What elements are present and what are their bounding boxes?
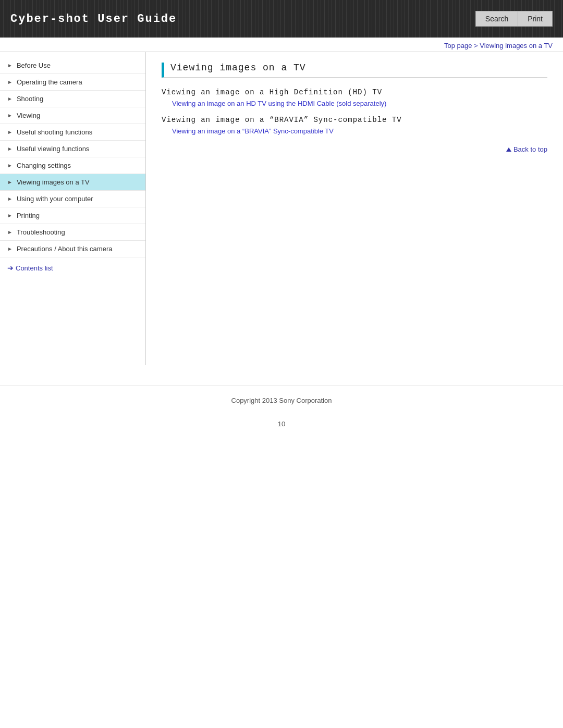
contents-list-label: Contents list (16, 264, 53, 272)
hd-section: Viewing an image on a High Definition (H… (162, 88, 547, 107)
sidebar-item-label: Troubleshooting (17, 228, 65, 236)
arrow-icon: ► (7, 179, 13, 185)
arrow-icon: ► (7, 246, 13, 252)
sidebar-item-viewing[interactable]: ► Viewing (0, 107, 145, 124)
sidebar-footer: ➔ Contents list (0, 257, 145, 278)
arrow-icon: ► (7, 146, 13, 152)
hd-link[interactable]: Viewing an image on an HD TV using the H… (172, 100, 547, 107)
back-to-top-link[interactable]: Back to top (506, 145, 547, 153)
sidebar-item-troubleshooting[interactable]: ► Troubleshooting (0, 224, 145, 241)
arrow-icon: ► (7, 229, 13, 235)
triangle-up-icon (506, 147, 511, 152)
bravia-link[interactable]: Viewing an image on a “BRAVIA” Sync-comp… (172, 127, 547, 135)
sidebar-item-precautions[interactable]: ► Precautions / About this camera (0, 241, 145, 257)
page-title-section: Viewing images on a TV (162, 63, 547, 78)
breadcrumb[interactable]: Top page > Viewing images on a TV (444, 42, 553, 50)
header-buttons: Search Print (475, 11, 553, 27)
sidebar-item-label: Before Use (17, 61, 51, 69)
sidebar-item-label: Useful viewing functions (17, 145, 89, 153)
arrow-right-icon: ➔ (7, 264, 14, 272)
copyright-text: Copyright 2013 Sony Corporation (231, 397, 332, 404)
contents-list-link[interactable]: ➔ Contents list (7, 264, 53, 272)
sidebar-item-label: Shooting (17, 95, 43, 103)
hd-section-heading: Viewing an image on a High Definition (H… (162, 88, 547, 96)
sidebar-item-before-use[interactable]: ► Before Use (0, 57, 145, 74)
app-title: Cyber-shot User Guide (10, 13, 177, 26)
search-button[interactable]: Search (475, 11, 518, 27)
sidebar-item-label: Printing (17, 212, 40, 219)
arrow-icon: ► (7, 96, 13, 102)
sidebar-item-changing-settings[interactable]: ► Changing settings (0, 157, 145, 174)
sidebar-item-label: Useful shooting functions (17, 128, 92, 136)
header: Cyber-shot User Guide Search Print (0, 0, 563, 38)
page-title: Viewing images on a TV (170, 63, 547, 73)
sidebar-item-label: Using with your computer (17, 195, 93, 203)
sidebar-item-using-computer[interactable]: ► Using with your computer (0, 191, 145, 207)
arrow-icon: ► (7, 129, 13, 135)
bravia-section-heading: Viewing an image on a “BRAVIA” Sync-comp… (162, 116, 547, 124)
page-number: 10 (0, 420, 563, 428)
sidebar-item-shooting[interactable]: ► Shooting (0, 91, 145, 107)
footer: Copyright 2013 Sony Corporation (0, 386, 563, 415)
back-to-top-label: Back to top (513, 145, 547, 153)
sidebar-item-label: Precautions / About this camera (17, 245, 113, 253)
sidebar-item-useful-shooting[interactable]: ► Useful shooting functions (0, 124, 145, 141)
arrow-icon: ► (7, 79, 13, 85)
arrow-icon: ► (7, 163, 13, 168)
sidebar-item-operating[interactable]: ► Operating the camera (0, 74, 145, 91)
bravia-section: Viewing an image on a “BRAVIA” Sync-comp… (162, 116, 547, 135)
back-to-top-section: Back to top (162, 145, 547, 153)
sidebar-item-viewing-tv[interactable]: ► Viewing images on a TV (0, 174, 145, 191)
main-layout: ► Before Use ► Operating the camera ► Sh… (0, 52, 563, 365)
arrow-icon: ► (7, 196, 13, 202)
arrow-icon: ► (7, 63, 13, 68)
sidebar-item-label: Viewing (17, 112, 40, 119)
sidebar-item-label: Operating the camera (17, 78, 82, 86)
sidebar-item-label: Changing settings (17, 162, 71, 169)
arrow-icon: ► (7, 113, 13, 118)
breadcrumb-bar: Top page > Viewing images on a TV (0, 38, 563, 52)
sidebar-item-label: Viewing images on a TV (17, 178, 90, 186)
sidebar-item-useful-viewing[interactable]: ► Useful viewing functions (0, 141, 145, 157)
print-button[interactable]: Print (518, 11, 553, 27)
sidebar: ► Before Use ► Operating the camera ► Sh… (0, 52, 146, 365)
arrow-icon: ► (7, 213, 13, 218)
main-content: Viewing images on a TV Viewing an image … (146, 52, 563, 164)
sidebar-item-printing[interactable]: ► Printing (0, 207, 145, 224)
